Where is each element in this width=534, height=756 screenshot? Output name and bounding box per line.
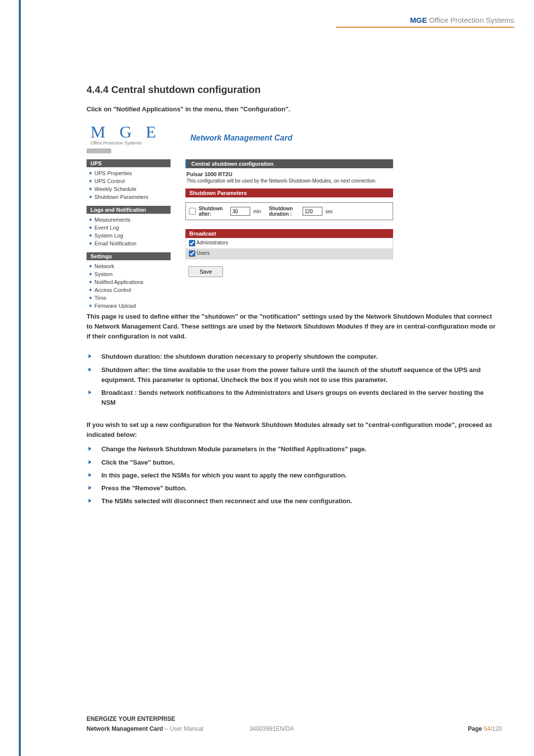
sidebar-item-firmware-upload[interactable]: Firmware Upload xyxy=(87,302,171,310)
list2-item: Change the Network Shutdown Module param… xyxy=(97,443,492,456)
ui-logo-subtext: Office Protection Systems xyxy=(90,141,161,145)
footer-page-current: 54 xyxy=(484,725,490,732)
device-name: Pulsar 1000 RT2U xyxy=(185,168,393,178)
list2-item: The NSMs selected will disconnect then r… xyxy=(97,495,492,508)
page-left-accent xyxy=(19,0,21,756)
shutdown-duration-input[interactable] xyxy=(303,207,322,216)
shutdown-param-row: Shutdown after: min Shutdown duration : … xyxy=(185,202,393,220)
list1-item: Shutdown duration: the shutdown duration… xyxy=(97,350,492,363)
main-header-bar: Central shutdown configuration xyxy=(185,159,393,168)
sidebar-item-ups-properties[interactable]: UPS Properties xyxy=(87,169,171,177)
save-button[interactable]: Save xyxy=(188,266,223,277)
footer-page-label: Page xyxy=(468,725,484,732)
sidebar-list-logs: Measurements Event Log System Log Email … xyxy=(87,214,171,252)
sidebar-list-settings: Network System Notified Applications Acc… xyxy=(87,260,171,315)
bullet-list-1: Shutdown duration: the shutdown duration… xyxy=(87,350,492,409)
broadcast-users-row: Users xyxy=(186,248,393,259)
bullet-list-2: Change the Network Shutdown Module param… xyxy=(87,443,492,508)
embedded-ui-screenshot: M G E Office Protection Systems Network … xyxy=(87,122,393,305)
sidebar-item-network[interactable]: Network xyxy=(87,262,171,270)
shutdown-after-checkbox[interactable] xyxy=(189,208,196,215)
section-lead: Click on "Notified Applications" in the … xyxy=(87,105,502,113)
sidebar-item-event-log[interactable]: Event Log xyxy=(87,224,171,232)
broadcast-header: Broadcast xyxy=(185,229,393,238)
list2-item: Press the "Remove" button. xyxy=(97,482,492,495)
shutdown-after-input[interactable] xyxy=(230,207,250,216)
sidebar-item-shutdown-parameters[interactable]: Shutdown Parameters xyxy=(87,193,171,201)
footer-doc-title-rest: – User Manual xyxy=(163,725,203,732)
footer-doc-line: Network Management Card – User Manual 34… xyxy=(87,725,502,732)
ui-title: Network Management Card xyxy=(190,134,292,142)
sidebar-item-system[interactable]: System xyxy=(87,270,171,278)
sidebar-item-notified-applications[interactable]: Notified Applications xyxy=(87,278,171,286)
sidebar-group-logs: Logs and Notification xyxy=(87,206,171,214)
ui-sidebar: UPS UPS Properties UPS Control Weekly Sc… xyxy=(87,159,171,315)
section-heading: 4.4.4 Central shutdown configuration xyxy=(87,84,502,95)
list1-item: Broadcast : Sends network notifications … xyxy=(97,386,492,409)
shutdown-parameters-header: Shutdown Parameters xyxy=(185,189,393,197)
footer-doc-title-bold: Network Management Card xyxy=(87,725,163,732)
shutdown-after-label: Shutdown after: xyxy=(199,206,227,217)
shutdown-duration-unit: sec xyxy=(325,209,338,214)
broadcast-users-checkbox[interactable] xyxy=(189,250,195,257)
ui-tab-stub xyxy=(87,148,111,153)
sidebar-item-access-control[interactable]: Access Control xyxy=(87,286,171,294)
sidebar-item-email-notification[interactable]: Email Notification xyxy=(87,239,171,247)
broadcast-admins-label: Administrators xyxy=(196,240,228,245)
broadcast-admins-row: Administrators xyxy=(186,238,393,248)
broadcast-admins-checkbox[interactable] xyxy=(189,240,195,246)
sidebar-item-ups-control[interactable]: UPS Control xyxy=(87,177,171,185)
main-content: 4.4.4 Central shutdown configuration Cli… xyxy=(87,84,502,519)
sidebar-item-system-log[interactable]: System Log xyxy=(87,232,171,239)
sidebar-item-weekly-schedule[interactable]: Weekly Schedule xyxy=(87,185,171,193)
shutdown-duration-label: Shutdown duration : xyxy=(269,206,300,217)
brand-rest: Office Protection Systems xyxy=(427,16,514,24)
footer-tagline: ENERGIZE YOUR ENTERPRISE xyxy=(87,715,502,722)
broadcast-body: Administrators Users xyxy=(185,238,393,259)
sidebar-item-measurements[interactable]: Measurements xyxy=(87,216,171,224)
brand-bold: MGE xyxy=(410,16,427,24)
footer-page-total: /120 xyxy=(490,725,502,732)
ui-logo: M G E Office Protection Systems xyxy=(90,123,161,145)
list2-item: In this page, select the NSMs for which … xyxy=(97,469,492,482)
sidebar-group-settings: Settings xyxy=(87,252,171,260)
ui-logo-text: M G E xyxy=(90,123,161,141)
page-footer: ENERGIZE YOUR ENTERPRISE Network Managem… xyxy=(87,715,502,732)
footer-page: Page 54/120 xyxy=(468,725,502,732)
device-desc: This configuration will be used by the N… xyxy=(185,178,393,189)
sidebar-item-time[interactable]: Time xyxy=(87,294,171,302)
paragraph-1: This page is used to define either the "… xyxy=(87,312,497,341)
brand-underline xyxy=(336,27,514,28)
list1-item: Shutdown after: the time available to th… xyxy=(97,364,492,386)
paragraph-2: If you wish to set up a new configuratio… xyxy=(87,420,497,440)
footer-doc-id: 34003991EN/DA xyxy=(249,725,294,732)
brand-header: MGE Office Protection Systems xyxy=(410,16,514,24)
list2-item: Click the "Save" button. xyxy=(97,456,492,469)
sidebar-group-ups: UPS xyxy=(87,159,171,167)
shutdown-after-unit: min xyxy=(253,209,266,214)
ui-main-pane: Central shutdown configuration Pulsar 10… xyxy=(185,159,393,277)
sidebar-list-ups: UPS Properties UPS Control Weekly Schedu… xyxy=(87,167,171,206)
broadcast-users-label: Users xyxy=(197,250,210,256)
